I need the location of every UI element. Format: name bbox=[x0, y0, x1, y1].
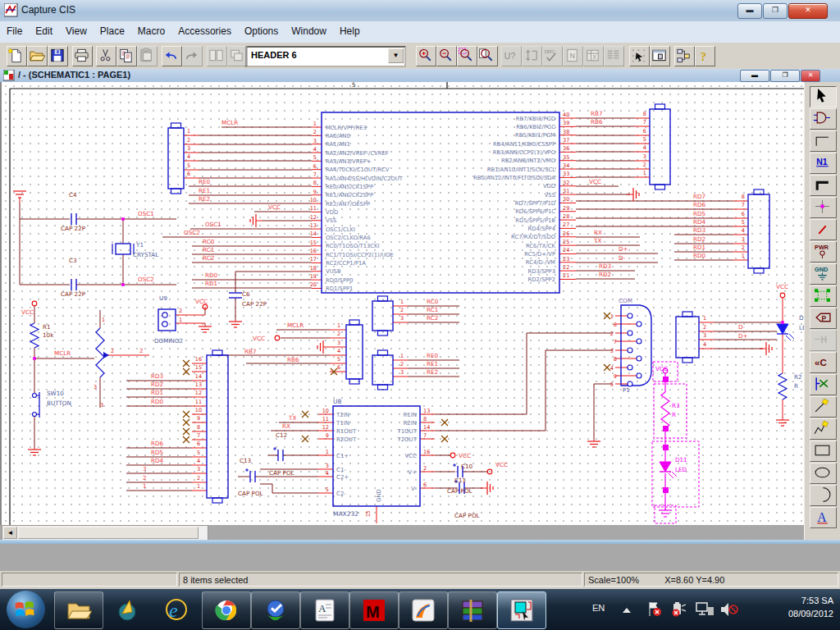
help-button[interactable]: ? bbox=[695, 46, 715, 66]
menu-place[interactable]: Place bbox=[94, 21, 131, 41]
taskbar-app-graphics-viewer[interactable] bbox=[103, 591, 151, 628]
taskbar-app-download-manager[interactable] bbox=[251, 591, 300, 629]
app-icon bbox=[4, 3, 18, 17]
new-document-button[interactable] bbox=[7, 46, 27, 66]
menu-edit[interactable]: Edit bbox=[29, 21, 59, 41]
child-minimize-button[interactable]: ▬ bbox=[740, 70, 769, 82]
select-tool-button[interactable] bbox=[810, 86, 837, 107]
snap-to-grid-button[interactable] bbox=[629, 46, 650, 66]
menu-window[interactable]: Window bbox=[285, 21, 333, 41]
menu-options[interactable]: Options bbox=[238, 21, 285, 41]
place-power-tool-button[interactable]: PWR bbox=[810, 241, 837, 262]
language-indicator[interactable]: EN bbox=[592, 603, 605, 613]
svg-text:M: M bbox=[366, 603, 380, 621]
svg-text:GND: GND bbox=[815, 266, 828, 273]
svg-text:VCC: VCC bbox=[404, 453, 417, 459]
svg-text:8: 8 bbox=[614, 356, 617, 363]
svg-text:10: 10 bbox=[310, 197, 317, 203]
hierarchy-button[interactable] bbox=[674, 46, 695, 66]
place-ground-tool-button[interactable]: GND bbox=[810, 263, 837, 285]
horizontal-scrollbar[interactable]: ◄ bbox=[2, 525, 208, 541]
place-hierarchical-block-tool-button[interactable] bbox=[810, 285, 837, 307]
close-button[interactable]: ✕ bbox=[788, 3, 828, 19]
place-port-tool-button[interactable]: P bbox=[810, 308, 837, 329]
svg-text:e: e bbox=[169, 600, 178, 621]
taskbar-app-internet-explorer[interactable]: e bbox=[153, 591, 200, 628]
place-ellipse-tool-button[interactable] bbox=[810, 463, 837, 484]
status-bar: 8 items selected Scale=100% X=8.60 Y=4.9… bbox=[0, 571, 840, 589]
place-polyline-tool-button[interactable] bbox=[810, 418, 837, 440]
place-part-tool-button[interactable] bbox=[810, 108, 837, 130]
menu-file[interactable]: File bbox=[0, 21, 29, 41]
svg-text:COM: COM bbox=[619, 297, 632, 304]
network-icon[interactable] bbox=[694, 600, 715, 619]
save-document-button[interactable] bbox=[48, 46, 68, 66]
child-restore-button[interactable]: ❐ bbox=[770, 70, 800, 82]
place-line-tool-button[interactable] bbox=[810, 396, 837, 418]
svg-text:4: 4 bbox=[326, 470, 329, 477]
svg-text:1: 1 bbox=[143, 482, 147, 490]
bill-of-materials-button bbox=[604, 46, 624, 66]
copy-button[interactable] bbox=[116, 46, 137, 66]
combo-dropdown-icon[interactable]: ▼ bbox=[388, 48, 404, 63]
taskbar-app-winrar[interactable] bbox=[448, 591, 497, 629]
place-no-connect-tool-button[interactable] bbox=[810, 374, 837, 395]
svg-text:RD0: RD0 bbox=[151, 398, 164, 405]
svg-text:RC2: RC2 bbox=[203, 254, 214, 262]
svg-text:14: 14 bbox=[195, 373, 202, 380]
part-combo[interactable]: HEADER 6 ▼ bbox=[245, 46, 406, 67]
place-text-tool-button[interactable]: A bbox=[810, 507, 837, 528]
place-bus-entry-tool-button[interactable] bbox=[810, 219, 837, 240]
action-center-icon[interactable] bbox=[645, 600, 664, 619]
svg-text:RB2/AN8/INT2/VMO: RB2/AN8/INT2/VMO bbox=[501, 158, 555, 164]
taskbar-app-document-viewer[interactable]: A bbox=[300, 591, 349, 629]
svg-text:3: 3 bbox=[703, 332, 706, 339]
zoom-out-button[interactable] bbox=[436, 46, 457, 66]
menu-view[interactable]: View bbox=[59, 21, 94, 41]
hidden-icons-arrow[interactable] bbox=[619, 605, 634, 615]
cut-button[interactable] bbox=[96, 46, 116, 66]
svg-text:GND: GND bbox=[376, 489, 381, 502]
scrollbar-thumb[interactable] bbox=[18, 527, 199, 539]
place-net-alias-tool-button[interactable]: N1 bbox=[810, 153, 837, 174]
undo-button[interactable] bbox=[162, 46, 182, 66]
taskbar-app-capture-cis[interactable] bbox=[497, 591, 546, 629]
taskbar-app-file-explorer[interactable] bbox=[54, 591, 103, 629]
svg-text:RE2/AN7/OESPP: RE2/AN7/OESPP bbox=[326, 201, 370, 208]
svg-text:2: 2 bbox=[703, 324, 706, 331]
minimize-button[interactable]: ▬ bbox=[737, 3, 762, 19]
place-wire-tool-button[interactable] bbox=[810, 130, 837, 152]
menu-macro[interactable]: Macro bbox=[131, 21, 171, 41]
menu-help[interactable]: Help bbox=[333, 21, 367, 41]
zoom-area-button[interactable] bbox=[457, 46, 477, 66]
zoom-in-button[interactable] bbox=[416, 46, 436, 66]
svg-text:CAP 22P: CAP 22P bbox=[61, 290, 86, 298]
svg-text:RA0/AN0: RA0/AN0 bbox=[326, 133, 350, 139]
place-bus-tool-button[interactable] bbox=[810, 175, 837, 196]
taskbar-clock[interactable]: 7:53 SA 08/09/2012 bbox=[788, 594, 833, 620]
project-manager-button[interactable] bbox=[650, 46, 670, 66]
svg-text:RD3: RD3 bbox=[599, 262, 611, 270]
taskbar-app-mplab-ide[interactable]: M bbox=[349, 591, 399, 629]
svg-text:RX: RX bbox=[282, 422, 290, 430]
restore-button[interactable]: ❐ bbox=[763, 3, 788, 19]
place-rectangle-tool-button[interactable] bbox=[810, 441, 837, 462]
volume-muted-icon[interactable] bbox=[719, 600, 740, 619]
menu-accessories[interactable]: Accessories bbox=[171, 21, 238, 41]
taskbar-app-foxit-reader[interactable] bbox=[399, 591, 448, 629]
start-button[interactable] bbox=[7, 591, 45, 628]
scroll-left-icon[interactable]: ◄ bbox=[3, 527, 17, 539]
open-document-button[interactable] bbox=[27, 46, 48, 66]
zoom-all-button[interactable] bbox=[477, 46, 498, 66]
schematic-canvas[interactable]: 1MCLR/VPP/RE32RA0/AN03RA1/AN14RA2/AN2/VR… bbox=[0, 82, 806, 525]
power-icon[interactable] bbox=[669, 600, 689, 619]
child-close-button[interactable]: ✕ bbox=[801, 70, 820, 82]
place-arc-tool-button[interactable] bbox=[810, 485, 837, 506]
print-button[interactable] bbox=[72, 46, 93, 66]
taskbar-app-chrome[interactable] bbox=[202, 591, 251, 629]
scale-text: Scale=100% bbox=[588, 575, 639, 585]
place-off-page-connector-tool-button[interactable]: «C bbox=[810, 352, 837, 373]
svg-text:5: 5 bbox=[643, 136, 646, 143]
schematic-drawing[interactable]: 1MCLR/VPP/RE32RA0/AN03RA1/AN14RA2/AN2/VR… bbox=[2, 82, 806, 525]
place-junction-tool-button[interactable] bbox=[810, 197, 837, 218]
